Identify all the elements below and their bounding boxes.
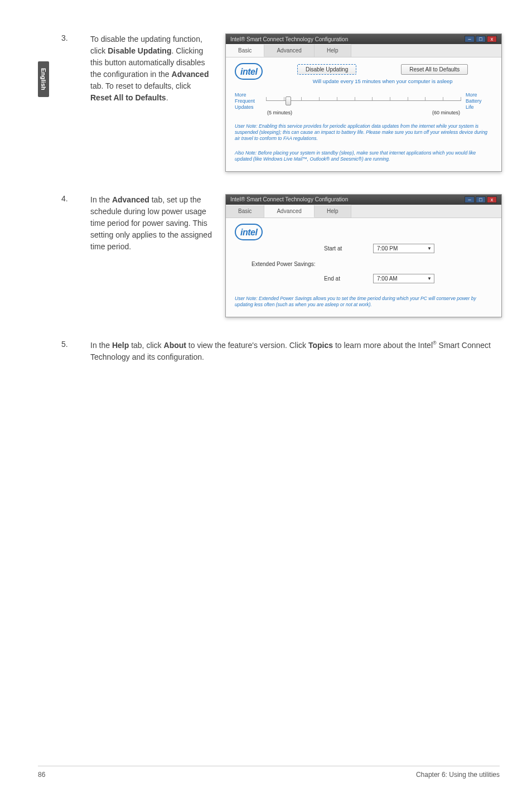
- panel: intel Start at 7:00 PM ▼ Extended Power …: [226, 218, 501, 317]
- bold: Disable Updating: [108, 46, 171, 55]
- slider-right-label: More Battery Life: [466, 92, 492, 110]
- end-at-label: End at: [324, 276, 357, 282]
- main-content: 3. To disable the updating function, cli…: [61, 33, 502, 379]
- text: Battery: [466, 98, 492, 104]
- user-note-1: User Note: Enabling this service provide…: [235, 123, 492, 142]
- bold: Help: [112, 341, 129, 350]
- step-number: 3.: [61, 33, 90, 42]
- step-text: In the Help tab, click About to view the…: [90, 340, 502, 363]
- text: Life: [466, 104, 492, 110]
- bold: Advanced: [112, 195, 149, 204]
- step-4: 4. In the Advanced tab, set up the sched…: [61, 194, 502, 317]
- chevron-down-icon: ▼: [427, 276, 432, 281]
- text: More: [466, 92, 492, 98]
- window-title: Intel® Smart Connect Technology Configur…: [230, 196, 348, 202]
- step-5: 5. In the Help tab, click About to view …: [61, 340, 502, 363]
- text: Frequent: [235, 98, 262, 104]
- step-text: To disable the updating function, click …: [90, 33, 213, 104]
- user-note: User Note: Extended Power Savings allows…: [235, 296, 492, 308]
- reset-defaults-button[interactable]: Reset All to Defaults: [401, 64, 468, 75]
- scale-left: (5 minutes): [267, 110, 292, 115]
- text: tab. To reset to defaults, click: [90, 81, 191, 90]
- bold: Reset All to Defaults: [90, 93, 166, 102]
- config-window-basic: Intel® Smart Connect Technology Configur…: [225, 33, 502, 172]
- text: to view the feature's version. Click: [186, 341, 308, 350]
- text: to learn more about the Intel: [333, 341, 433, 350]
- panel: intel Disable Updating Reset All to Defa…: [226, 57, 501, 171]
- text: .: [166, 93, 168, 102]
- page-footer: 86 Chapter 6: Using the utilities: [38, 766, 500, 779]
- minimize-icon[interactable]: –: [465, 36, 475, 42]
- intel-logo: intel: [235, 63, 263, 80]
- close-icon[interactable]: x: [487, 196, 497, 203]
- text: More: [235, 92, 262, 98]
- slider-left-label: More Frequent Updates: [235, 92, 262, 110]
- start-at-value: 7:00 PM: [377, 245, 398, 252]
- intel-logo: intel: [235, 224, 263, 240]
- titlebar: Intel® Smart Connect Technology Configur…: [226, 195, 501, 205]
- maximize-icon[interactable]: □: [476, 196, 486, 203]
- page-number: 86: [38, 771, 45, 779]
- user-note-2: Also Note: Before placing your system in…: [235, 150, 492, 162]
- bold: Advanced: [172, 70, 209, 79]
- disable-updating-button[interactable]: Disable Updating: [297, 64, 356, 75]
- minimize-icon[interactable]: –: [465, 196, 475, 203]
- tab-basic[interactable]: Basic: [226, 44, 264, 57]
- step-number: 4.: [61, 194, 90, 203]
- chapter-title: Chapter 6: Using the utilities: [416, 771, 500, 779]
- scale-right: (60 minutes): [432, 110, 460, 115]
- maximize-icon[interactable]: □: [476, 36, 486, 42]
- config-window-advanced: Intel® Smart Connect Technology Configur…: [225, 194, 502, 317]
- bold: Topics: [308, 341, 333, 350]
- window-controls: – □ x: [465, 196, 497, 203]
- tabs: Basic Advanced Help: [226, 44, 501, 57]
- slider-track: [266, 100, 461, 102]
- window-title: Intel® Smart Connect Technology Configur…: [230, 36, 348, 42]
- registered-mark: ®: [433, 340, 437, 346]
- step-3: 3. To disable the updating function, cli…: [61, 33, 502, 172]
- tab-help[interactable]: Help: [315, 44, 351, 57]
- text: Updates: [235, 104, 262, 110]
- frequency-slider[interactable]: [266, 93, 461, 109]
- extended-power-savings-label: Extended Power Savings:: [252, 261, 492, 267]
- tab-basic[interactable]: Basic: [226, 205, 264, 218]
- end-at-value: 7:00 AM: [377, 276, 398, 282]
- tab-help[interactable]: Help: [315, 205, 351, 218]
- text: In the: [90, 195, 112, 204]
- tab-advanced[interactable]: Advanced: [264, 44, 314, 57]
- button-row: Disable Updating Reset All to Defaults: [273, 64, 492, 75]
- tab-advanced[interactable]: Advanced: [264, 205, 314, 218]
- slider-thumb[interactable]: [286, 96, 291, 105]
- close-icon[interactable]: x: [487, 36, 497, 42]
- update-interval-text: Will update every 15 minutes when your c…: [273, 78, 492, 84]
- start-at-dropdown[interactable]: 7:00 PM ▼: [373, 244, 434, 253]
- start-at-label: Start at: [324, 245, 357, 252]
- step-text: In the Advanced tab, set up the schedule…: [90, 194, 213, 253]
- end-at-row: End at 7:00 AM ▼: [324, 274, 492, 283]
- side-tab-english: English: [38, 61, 49, 97]
- bold: About: [164, 341, 186, 350]
- text: tab, click: [129, 341, 163, 350]
- start-at-row: Start at 7:00 PM ▼: [324, 244, 492, 253]
- titlebar: Intel® Smart Connect Technology Configur…: [226, 34, 501, 44]
- window-controls: – □ x: [465, 36, 497, 42]
- tabs: Basic Advanced Help: [226, 205, 501, 218]
- text: In the: [90, 341, 112, 350]
- end-at-dropdown[interactable]: 7:00 AM ▼: [373, 274, 434, 283]
- chevron-down-icon: ▼: [427, 246, 432, 251]
- step-number: 5.: [61, 340, 90, 349]
- frequency-slider-row: More Frequent Updates More Battery: [235, 92, 492, 110]
